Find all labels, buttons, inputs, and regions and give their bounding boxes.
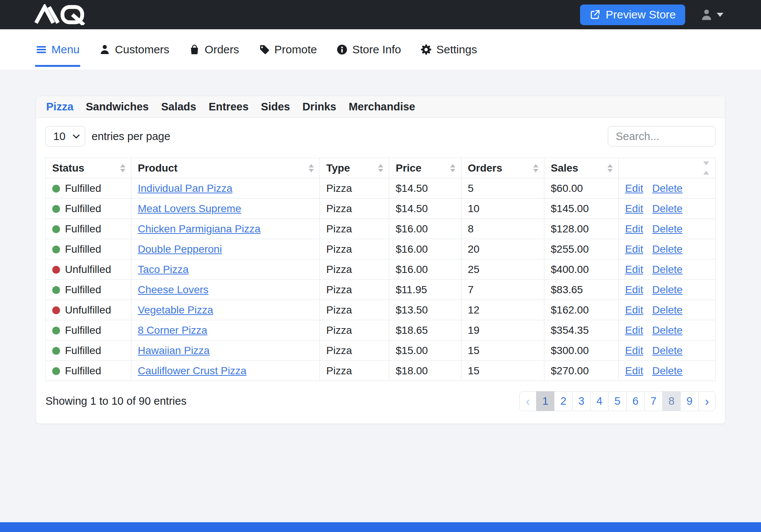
- tag-icon: [259, 44, 270, 55]
- pagination-next[interactable]: ›: [698, 391, 716, 411]
- delete-link[interactable]: Delete: [652, 345, 683, 356]
- company-logo[interactable]: [34, 4, 88, 25]
- pagination-page-4[interactable]: 4: [590, 391, 609, 411]
- edit-link[interactable]: Edit: [625, 203, 643, 214]
- type-value: Pizza: [326, 365, 352, 377]
- preview-store-button[interactable]: Preview Store: [580, 5, 685, 25]
- column-header-actions[interactable]: [619, 158, 716, 178]
- type-cell: Pizza: [320, 178, 389, 199]
- price-cell: $16.00: [389, 259, 461, 280]
- tab-drinks[interactable]: Drinks: [302, 101, 336, 113]
- delete-link[interactable]: Delete: [652, 284, 683, 295]
- price-cell: $14.50: [389, 178, 461, 199]
- orders-value: 15: [468, 365, 479, 377]
- product-cell: Chicken Parmigiana Pizza: [131, 219, 320, 239]
- pagination-page-7[interactable]: 7: [644, 391, 663, 411]
- edit-link[interactable]: Edit: [625, 284, 643, 295]
- pagination-page-5[interactable]: 5: [608, 391, 627, 411]
- sales-cell: $83.65: [544, 280, 619, 300]
- price-value: $14.50: [396, 182, 428, 194]
- type-cell: Pizza: [320, 239, 389, 259]
- tab-pizza[interactable]: Pizza: [46, 101, 74, 113]
- pagination-page-1[interactable]: 1: [536, 391, 555, 411]
- nav-item-orders[interactable]: Orders: [189, 29, 239, 70]
- type-value: Pizza: [326, 243, 352, 255]
- product-link[interactable]: Double Pepperoni: [138, 243, 222, 255]
- product-link[interactable]: Hawaiian Pizza: [138, 345, 209, 356]
- orders-value: 10: [468, 203, 479, 214]
- delete-link[interactable]: Delete: [652, 365, 683, 377]
- table-row: UnfulfilledTaco PizzaPizza$16.0025$400.0…: [46, 259, 716, 280]
- search-input[interactable]: [608, 126, 716, 146]
- product-link[interactable]: Taco Pizza: [138, 264, 188, 275]
- pagination-page-8[interactable]: 8: [662, 391, 681, 411]
- nav-item-label: Store Info: [352, 43, 401, 56]
- product-link[interactable]: Vegetable Pizza: [138, 304, 213, 316]
- edit-link[interactable]: Edit: [625, 243, 643, 255]
- pagination-prev[interactable]: ‹: [519, 391, 536, 411]
- nav-item-promote[interactable]: Promote: [259, 29, 317, 70]
- orders-value: 19: [468, 324, 479, 336]
- tab-sides[interactable]: Sides: [261, 101, 290, 113]
- sales-value: $255.00: [551, 243, 589, 255]
- edit-link[interactable]: Edit: [625, 345, 643, 356]
- products-table: StatusProductTypePriceOrdersSales Fulfil…: [45, 158, 716, 381]
- user-menu[interactable]: [700, 8, 723, 21]
- delete-link[interactable]: Delete: [652, 264, 683, 275]
- column-header-orders[interactable]: Orders: [461, 158, 544, 178]
- product-link[interactable]: Chicken Parmigiana Pizza: [138, 223, 261, 235]
- delete-link[interactable]: Delete: [652, 203, 683, 214]
- pagination-page-9[interactable]: 9: [680, 391, 699, 411]
- pagination-page-3[interactable]: 3: [572, 391, 591, 411]
- entries-per-page-select[interactable]: 10: [45, 126, 85, 146]
- nav-item-settings[interactable]: Settings: [420, 29, 477, 70]
- delete-link[interactable]: Delete: [652, 304, 683, 316]
- pagination-page-2[interactable]: 2: [554, 391, 573, 411]
- nav-item-menu[interactable]: Menu: [36, 29, 80, 70]
- product-link[interactable]: 8 Corner Pizza: [138, 324, 207, 336]
- column-header-status[interactable]: Status: [46, 158, 131, 178]
- tab-salads[interactable]: Salads: [161, 101, 196, 113]
- tab-sandwiches[interactable]: Sandwiches: [86, 101, 149, 113]
- delete-link[interactable]: Delete: [652, 223, 683, 235]
- type-cell: Pizza: [320, 280, 389, 300]
- status-label: Fulfilled: [65, 365, 101, 377]
- nav-item-store-info[interactable]: Store Info: [336, 29, 401, 70]
- column-header-product[interactable]: Product: [131, 158, 320, 178]
- column-header-price[interactable]: Price: [389, 158, 461, 178]
- status-dot: [52, 306, 60, 314]
- orders-cell: 15: [461, 361, 544, 381]
- sort-icon: [533, 164, 538, 172]
- type-cell: Pizza: [320, 259, 389, 280]
- nav-item-customers[interactable]: Customers: [99, 29, 169, 70]
- status-cell: Fulfilled: [46, 219, 131, 239]
- orders-value: 8: [468, 223, 474, 235]
- edit-link[interactable]: Edit: [625, 365, 643, 377]
- product-cell: Taco Pizza: [131, 259, 320, 280]
- tab-merchandise[interactable]: Merchandise: [349, 101, 415, 113]
- edit-link[interactable]: Edit: [625, 304, 643, 316]
- tab-entrees[interactable]: Entrees: [209, 101, 249, 113]
- orders-cell: 19: [461, 320, 544, 341]
- product-link[interactable]: Cheese Lovers: [138, 284, 208, 295]
- edit-link[interactable]: Edit: [625, 223, 643, 235]
- column-header-type[interactable]: Type: [320, 158, 389, 178]
- type-cell: Pizza: [320, 199, 389, 219]
- product-link[interactable]: Individual Pan Pizza: [138, 182, 232, 194]
- delete-link[interactable]: Delete: [652, 324, 683, 336]
- edit-link[interactable]: Edit: [625, 182, 643, 194]
- delete-link[interactable]: Delete: [652, 243, 683, 255]
- pagination-page-6[interactable]: 6: [626, 391, 645, 411]
- sales-value: $300.00: [551, 345, 589, 356]
- showing-entries-text: Showing 1 to 10 of 90 entries: [45, 395, 187, 407]
- product-link[interactable]: Cauliflower Crust Pizza: [138, 365, 246, 377]
- column-label: Orders: [468, 162, 502, 174]
- column-header-sales[interactable]: Sales: [544, 158, 619, 178]
- category-tabs: PizzaSandwichesSaladsEntreesSidesDrinksM…: [36, 96, 725, 118]
- product-link[interactable]: Meat Lovers Supreme: [138, 203, 241, 214]
- edit-link[interactable]: Edit: [625, 324, 643, 336]
- delete-link[interactable]: Delete: [652, 182, 683, 194]
- product-cell: Cauliflower Crust Pizza: [131, 361, 320, 381]
- edit-link[interactable]: Edit: [625, 264, 643, 275]
- price-cell: $18.00: [389, 361, 461, 381]
